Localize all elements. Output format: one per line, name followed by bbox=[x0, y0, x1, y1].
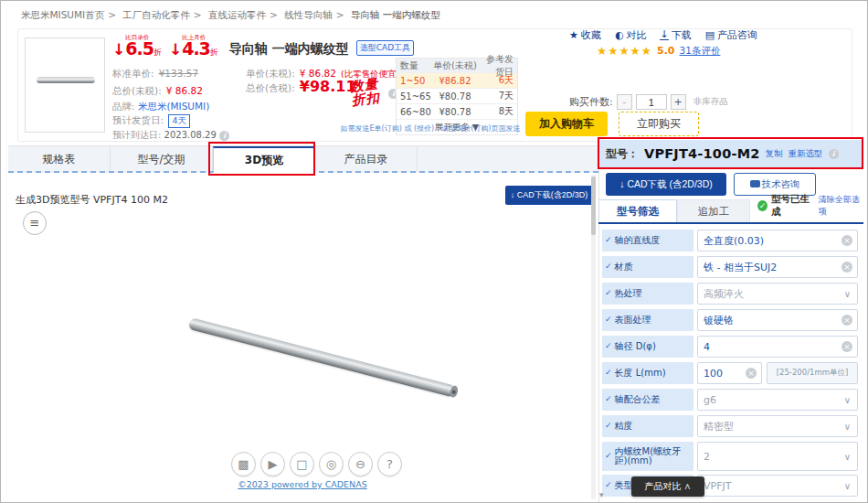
config-row-straightness: ✓轴的直线度 全直度(0.03)× bbox=[602, 230, 858, 252]
breadcrumb-sep: > bbox=[108, 9, 116, 20]
breadcrumb-fa[interactable]: 工厂自动化零件 bbox=[122, 9, 190, 20]
check-icon: ✓ bbox=[605, 316, 612, 324]
close-icon[interactable]: × bbox=[842, 235, 852, 246]
copy-model-link[interactable]: 复制 bbox=[766, 148, 783, 160]
clear-all-link[interactable]: 清除全部选项 bbox=[819, 194, 863, 218]
close-icon[interactable]: × bbox=[746, 368, 757, 379]
config-dropdown[interactable]: g6∨ bbox=[697, 389, 858, 411]
chevron-down-icon[interactable]: ∨ bbox=[844, 452, 851, 462]
product-inquiry-button[interactable]: ▤产品咨询 bbox=[705, 28, 757, 42]
brand-link[interactable]: 米思米(MISUMI) bbox=[138, 101, 209, 112]
config-label: ✓精度 bbox=[602, 415, 693, 437]
panel-cad-download-button[interactable]: ↓ CAD下载 (含2D/3D) bbox=[606, 173, 726, 196]
value-text: 铁 - 相当于SUJ2 bbox=[704, 261, 777, 274]
section-view-button[interactable]: ⊖ bbox=[348, 452, 373, 476]
breadcrumb-guide-shaft[interactable]: 线性导向轴 bbox=[284, 9, 333, 20]
qty-minus-button[interactable]: - bbox=[617, 94, 632, 110]
cell-qty: 1~50 bbox=[397, 76, 429, 86]
breadcrumb-current: 导向轴 一端内螺纹型 bbox=[351, 9, 440, 20]
wireframe-button[interactable]: ◎ bbox=[319, 452, 344, 476]
config-value[interactable]: 全直度(0.03)× bbox=[697, 230, 858, 252]
chat-icon bbox=[750, 180, 760, 187]
viewer-menu-button[interactable]: ≡ bbox=[23, 211, 47, 235]
favorite-label: 收藏 bbox=[581, 28, 601, 42]
tab-spec-table[interactable]: 规格表 bbox=[8, 146, 111, 171]
reviews-link[interactable]: 31条评价 bbox=[680, 45, 721, 58]
table-row[interactable]: 51~65 ¥80.78 7天 bbox=[397, 89, 517, 104]
download-button[interactable]: ↓下载 bbox=[660, 28, 691, 42]
caret-down-icon[interactable]: ▾ bbox=[599, 490, 604, 499]
chevron-down-icon[interactable]: ∨ bbox=[844, 289, 851, 299]
qty-input[interactable] bbox=[636, 94, 667, 110]
close-icon[interactable]: × bbox=[842, 315, 852, 326]
total-extax-value: ¥ 86.82 bbox=[166, 85, 203, 96]
favorite-button[interactable]: ★收藏 bbox=[569, 28, 601, 42]
config-value[interactable]: 镀硬铬× bbox=[697, 309, 858, 331]
qty-plus-button[interactable]: + bbox=[671, 94, 686, 110]
close-icon[interactable]: × bbox=[842, 341, 852, 352]
rating-score: 5.0 bbox=[657, 45, 675, 57]
chevron-down-icon[interactable]: ∨ bbox=[844, 422, 851, 432]
tab-3d-preview[interactable]: 3D预览 bbox=[213, 146, 315, 173]
info-icon[interactable]: i bbox=[829, 149, 839, 159]
label-text: 类型 bbox=[615, 481, 633, 491]
config-row-thread: ✓内螺纹M(螺纹牙距)(mm) 2∨ bbox=[602, 442, 858, 471]
product-compare-pill[interactable]: 产品对比 ∧ bbox=[631, 476, 704, 497]
scrollbar[interactable] bbox=[591, 175, 596, 499]
col-qty: 数量 bbox=[397, 59, 429, 72]
help-button[interactable]: ? bbox=[377, 452, 402, 476]
scrollbar-thumb[interactable] bbox=[591, 177, 596, 235]
compare-button[interactable]: ◐对比 bbox=[615, 28, 647, 42]
table-header-row: 数量 单价(未税) 参考发货日 bbox=[397, 59, 517, 73]
discount-unit: 折 bbox=[153, 48, 162, 57]
cadenas-credit-link[interactable]: ©2023 powered by CADENAS bbox=[211, 479, 394, 489]
cad-tool-badge[interactable]: 选型CAD工具 bbox=[356, 40, 414, 56]
label-text: 材质 bbox=[615, 262, 633, 273]
tab-product-catalog[interactable]: 产品目录 bbox=[315, 146, 418, 171]
chevron-down-icon[interactable]: ∨ bbox=[844, 395, 851, 405]
check-icon: ✓ bbox=[605, 452, 612, 460]
animation-button[interactable]: ▶ bbox=[260, 452, 285, 476]
label-text: 轴的直线度 bbox=[615, 236, 661, 246]
product-thumbnail[interactable] bbox=[25, 37, 105, 133]
tab-model-delivery[interactable]: 型号/交期 bbox=[111, 146, 213, 171]
tab-model-filter[interactable]: 型号筛选 bbox=[598, 199, 677, 222]
content-tabbar: 规格表 型号/交期 3D预览 产品目录 bbox=[8, 145, 598, 173]
standard-price-line: 标准单价: ¥133.57 bbox=[112, 63, 198, 80]
chevron-down-icon[interactable]: ∨ bbox=[844, 481, 851, 491]
config-dropdown[interactable]: 2∨ bbox=[697, 442, 858, 471]
reselect-link[interactable]: 重新选型 bbox=[789, 148, 823, 160]
viewer-cad-download-button[interactable]: ↓ CAD下载(含2D/3D) bbox=[505, 186, 593, 205]
table-footnote[interactable]: 如需发送E单(订购) 或 (报价)，请至询价(订购)页面发送 bbox=[335, 123, 525, 134]
table-row[interactable]: 1~50 ¥86.82 6天 bbox=[397, 73, 517, 89]
length-range-note: [25-200/1mm单位] bbox=[767, 362, 858, 384]
breadcrumb-linear[interactable]: 直线运动零件 bbox=[208, 9, 266, 20]
value-text: 高频淬火 bbox=[704, 287, 744, 301]
info-icon[interactable]: i bbox=[219, 131, 229, 141]
config-dropdown[interactable]: 精密型∨ bbox=[697, 415, 858, 437]
table-row[interactable]: 66~80 ¥80.78 8天 bbox=[397, 104, 517, 120]
buy-now-button[interactable]: 立即购买 bbox=[619, 112, 699, 136]
close-icon[interactable]: × bbox=[842, 262, 852, 273]
download-icon: ↓ bbox=[660, 30, 668, 40]
config-dropdown[interactable]: VPFJT∨ bbox=[697, 475, 858, 497]
tab-additional-machining[interactable]: 追加工 bbox=[677, 199, 750, 222]
add-to-cart-button[interactable]: 加入购物车 bbox=[525, 112, 608, 136]
cell-days: 8天 bbox=[481, 105, 517, 118]
arrive-date: 2023.08.29 bbox=[164, 130, 217, 140]
config-value[interactable]: 铁 - 相当于SUJ2× bbox=[697, 256, 858, 278]
render-mode-button[interactable]: ▩ bbox=[231, 452, 256, 476]
standard-price-value: ¥133.57 bbox=[159, 68, 198, 79]
shaft-thumbnail-image bbox=[37, 77, 95, 83]
config-dropdown[interactable]: 高频淬火∨ bbox=[697, 283, 858, 305]
value-text: 100 bbox=[704, 368, 723, 380]
purchase-qty-row: 购买件数: - + 非库存品 bbox=[569, 94, 728, 110]
breadcrumb-home[interactable]: 米思米MISUMI首页 bbox=[21, 9, 104, 20]
config-value[interactable]: 4× bbox=[697, 336, 858, 358]
compare-label: 对比 bbox=[626, 28, 646, 42]
viewer-3d-area[interactable] bbox=[8, 175, 591, 499]
length-input[interactable]: 100× bbox=[697, 362, 762, 384]
iso-view-button[interactable]: □ bbox=[290, 452, 314, 476]
check-icon: ✓ bbox=[605, 262, 612, 271]
cell-days: 7天 bbox=[481, 90, 517, 102]
